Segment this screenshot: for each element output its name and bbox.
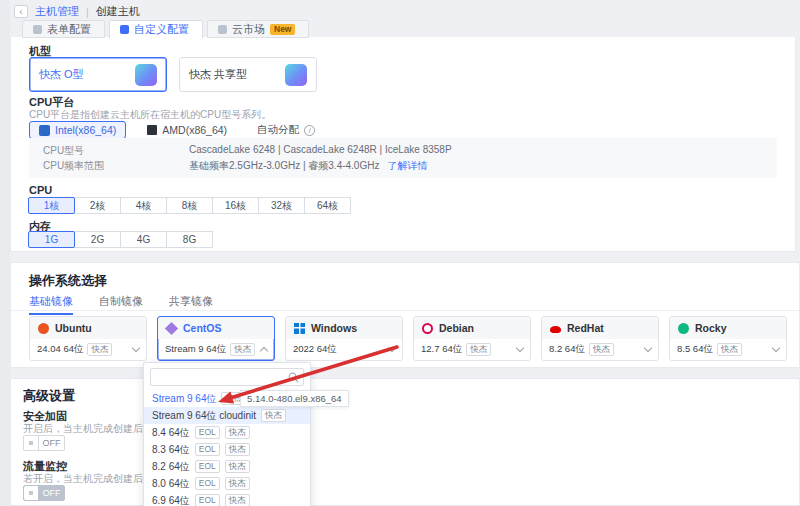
- platform-auto-button[interactable]: 自动分配 i: [248, 121, 324, 139]
- chevron-down-icon[interactable]: [644, 344, 652, 352]
- kuaijie-badge: 快杰: [261, 409, 286, 422]
- os-card-windows[interactable]: Windows 2022 64位: [285, 316, 403, 361]
- chevron-up-icon[interactable]: [260, 347, 268, 355]
- version-option-8-3[interactable]: 8.3 64位 EOL 快杰: [144, 441, 310, 458]
- custom-config-icon: [120, 25, 129, 34]
- cpu-freq-label: CPU频率范围: [43, 159, 189, 173]
- os-section-title: 操作系统选择: [29, 272, 107, 290]
- tab-custom-image[interactable]: 自制镜像: [99, 294, 143, 315]
- version-text: Stream 9 64位: [152, 392, 216, 406]
- cpu-option-32core[interactable]: 32核: [258, 197, 305, 214]
- cpu-option-16core[interactable]: 16核: [212, 197, 259, 214]
- centos-icon: [165, 321, 178, 334]
- os-card-list: Ubuntu 24.04 64位 快杰 CentOS Stream 9 64位 …: [29, 316, 787, 361]
- amd-icon: [147, 125, 157, 135]
- windows-icon: [294, 323, 305, 334]
- version-option-8-4[interactable]: 8.4 64位 EOL 快杰: [144, 424, 310, 441]
- cpu-model-label: CPU型号: [43, 144, 189, 158]
- host-config-panel: 机型 快杰 O型 快杰 共享型 CPU平台 CPU平台是指创建云主机所在宿主机的…: [10, 37, 796, 252]
- version-search-input[interactable]: [151, 369, 303, 385]
- platform-intel-button[interactable]: Intel(x86_64): [29, 121, 126, 139]
- tab-label: 自定义配置: [134, 22, 189, 37]
- os-name: Ubuntu: [55, 322, 92, 334]
- toggle-state: OFF: [39, 486, 64, 500]
- tab-base-image[interactable]: 基础镜像: [29, 294, 73, 315]
- memory-option-2g[interactable]: 2G: [74, 231, 121, 248]
- cpu-freq-value: 基础频率2.5GHz-3.0GHz | 睿频3.4-4.0GHz: [189, 159, 379, 173]
- os-card-debian[interactable]: Debian 12.7 64位 快杰: [413, 316, 531, 361]
- version-text: 8.4 64位: [152, 426, 190, 440]
- kuaijie-badge: 快杰: [589, 343, 614, 356]
- cpu-core-selector: 1核 2核 4核 8核 16核 32核 64核: [29, 197, 351, 214]
- tab-custom-config[interactable]: 自定义配置: [109, 20, 203, 39]
- platform-label: Intel(x86_64): [55, 124, 116, 136]
- search-icon: [288, 372, 299, 383]
- intel-icon: [39, 125, 50, 136]
- machine-type-kuaijie-shared[interactable]: 快杰 共享型: [179, 57, 317, 92]
- os-version: 12.7 64位: [421, 343, 462, 356]
- memory-option-8g[interactable]: 8G: [166, 231, 213, 248]
- eol-badge: EOL: [195, 426, 220, 439]
- version-search-box: [150, 368, 304, 386]
- machine-type-kuaijie-o[interactable]: 快杰 O型: [29, 57, 167, 92]
- version-text: 6.9 64位: [152, 494, 190, 506]
- toggle-knob: [24, 486, 39, 500]
- cpu-option-1core[interactable]: 1核: [28, 197, 75, 214]
- kuaijie-badge: 快杰: [466, 343, 491, 356]
- kuaijie-badge: 快杰: [717, 343, 742, 356]
- security-hardening-toggle[interactable]: OFF: [23, 435, 65, 451]
- cpu-label: CPU: [29, 184, 52, 196]
- form-config-icon: [33, 25, 42, 34]
- kuaijie-badge: 快杰: [225, 477, 250, 490]
- kuaijie-badge: 快杰: [225, 460, 250, 473]
- tab-shared-image[interactable]: 共享镜像: [169, 294, 213, 315]
- platform-label: 自动分配: [257, 123, 299, 137]
- tab-marketplace[interactable]: 云市场 New: [207, 20, 309, 38]
- breadcrumb: ‹ 主机管理 | 创建主机: [14, 4, 140, 19]
- page-title: 创建主机: [96, 4, 140, 19]
- page-left-margin: [0, 0, 10, 506]
- memory-option-4g[interactable]: 4G: [120, 231, 167, 248]
- memory-option-1g[interactable]: 1G: [28, 231, 75, 248]
- chevron-down-icon[interactable]: [772, 344, 780, 352]
- platform-amd-button[interactable]: AMD(x86_64): [138, 122, 236, 138]
- platform-label: AMD(x86_64): [162, 124, 227, 136]
- back-button[interactable]: ‹: [14, 5, 28, 18]
- redhat-icon: [550, 326, 561, 333]
- os-card-rocky[interactable]: Rocky 8.5 64位 快杰: [669, 316, 787, 361]
- version-text: 8.3 64位: [152, 443, 190, 457]
- cpu-option-4core[interactable]: 4核: [120, 197, 167, 214]
- machine-type-name: 快杰 O型: [39, 67, 84, 82]
- kuaijie-logo-icon: [135, 64, 157, 86]
- cpu-option-2core[interactable]: 2核: [74, 197, 121, 214]
- machine-type-cards: 快杰 O型 快杰 共享型: [29, 57, 317, 92]
- tab-form-config[interactable]: 表单配置: [22, 20, 105, 38]
- chevron-down-icon[interactable]: [388, 344, 396, 352]
- cpu-option-8core[interactable]: 8核: [166, 197, 213, 214]
- version-option-8-2[interactable]: 8.2 64位 EOL 快杰: [144, 458, 310, 475]
- traffic-monitor-toggle[interactable]: OFF: [23, 485, 65, 501]
- marketplace-icon: [218, 25, 227, 34]
- rocky-icon: [678, 323, 689, 334]
- os-card-centos[interactable]: CentOS Stream 9 64位 快杰: [157, 316, 275, 361]
- cpu-option-64core[interactable]: 64核: [304, 197, 351, 214]
- os-name: CentOS: [183, 322, 222, 334]
- cpu-info-panel: CPU型号 CascadeLake 6248 | CascadeLake 624…: [29, 138, 777, 178]
- version-text: 8.0 64位: [152, 477, 190, 491]
- version-option-8-0[interactable]: 8.0 64位 EOL 快杰: [144, 475, 310, 492]
- version-option-stream9-cloudinit[interactable]: Stream 9 64位 cloudinit 快杰: [144, 407, 310, 424]
- image-type-tabs: 基础镜像 自制镜像 共享镜像: [29, 294, 213, 315]
- version-option-6-9[interactable]: 6.9 64位 EOL 快杰: [144, 492, 310, 506]
- os-card-ubuntu[interactable]: Ubuntu 24.04 64位 快杰: [29, 316, 147, 361]
- tab-label: 云市场: [232, 22, 265, 37]
- chevron-down-icon[interactable]: [132, 344, 140, 352]
- os-version: 8.5 64位: [677, 343, 713, 356]
- breadcrumb-parent[interactable]: 主机管理: [35, 4, 79, 19]
- os-name: Windows: [311, 322, 357, 334]
- version-text: Stream 9 64位 cloudinit: [152, 409, 256, 423]
- cpu-freq-details-link[interactable]: 了解详情: [387, 159, 427, 173]
- chevron-down-icon[interactable]: [516, 344, 524, 352]
- centos-version-dropdown: Stream 9 64位 快杰 Stream 9 64位 cloudinit 快…: [143, 362, 311, 506]
- os-card-redhat[interactable]: RedHat 8.2 64位 快杰: [541, 316, 659, 361]
- cpu-platform-desc: CPU平台是指创建云主机所在宿主机的CPU型号系列。: [29, 108, 271, 122]
